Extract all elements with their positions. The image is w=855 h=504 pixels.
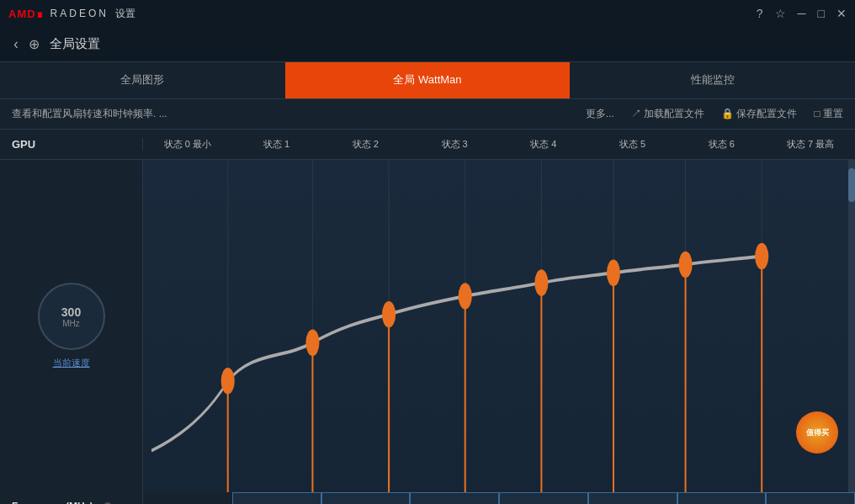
svg-rect-0	[143, 160, 855, 492]
settings-label: 设置	[115, 7, 135, 21]
toolbar-actions: 更多... ↗ 加载配置文件 🔒 保存配置文件 □ 重置	[586, 107, 843, 121]
state-column-headers: 状态 0 最小 状态 1 状态 2 状态 3 状态 4 状态 5 状态 6 状态…	[143, 138, 855, 151]
data-rows: Frequency (MHz) 动态 N/A 600 900 1120 1190…	[0, 492, 855, 504]
amd-logo: AMD∎	[8, 8, 44, 20]
watermark: 值得买	[796, 411, 838, 454]
frequency-label: Frequency (MHz) 动态	[0, 492, 143, 504]
svg-point-23	[680, 253, 692, 277]
svg-point-18	[306, 331, 318, 354]
state-7-header: 状态 7 最高	[766, 138, 855, 151]
state-6-header: 状态 6	[677, 138, 767, 151]
frequency-cells: N/A 600 900 1120 1190 1230 1270 1310	[143, 492, 855, 504]
tab-global-wattman[interactable]: 全局 WattMan	[285, 62, 571, 98]
state-1-header: 状态 1	[232, 138, 321, 151]
reset-button[interactable]: □ 重置	[814, 107, 843, 121]
titlebar-left: AMD∎ RADEON 设置	[8, 7, 135, 21]
close-button[interactable]: ✕	[836, 7, 847, 20]
speed-label[interactable]: 当前速度	[53, 357, 90, 369]
help-button[interactable]: ?	[757, 7, 763, 20]
gpu-column-header: GPU	[0, 138, 143, 151]
tab-bar: 全局图形 全局 WattMan 性能监控	[0, 62, 855, 99]
freq-cell-6[interactable]: 1270	[677, 492, 767, 504]
freq-cell-3[interactable]: 1120	[410, 492, 499, 504]
speed-value: 300	[61, 305, 81, 319]
svg-point-24	[756, 245, 767, 268]
chart-area	[143, 160, 855, 492]
freq-cell-2[interactable]: 900	[321, 492, 411, 504]
maximize-button[interactable]: □	[818, 7, 825, 20]
more-button[interactable]: 更多...	[586, 107, 614, 121]
titlebar: AMD∎ RADEON 设置 ? ☆ ─ □ ✕	[0, 0, 855, 27]
state-0-header: 状态 0 最小	[143, 138, 232, 151]
favorite-button[interactable]: ☆	[775, 7, 786, 20]
speed-circle: 300 MHz	[38, 283, 105, 350]
freq-cell-7[interactable]: 1310	[766, 492, 855, 504]
state-5-header: 状态 5	[588, 138, 677, 151]
chart-svg	[143, 160, 855, 492]
state-2-header: 状态 2	[321, 138, 411, 151]
frequency-row: Frequency (MHz) 动态 N/A 600 900 1120 1190…	[0, 492, 855, 504]
toolbar: 查看和配置风扇转速和时钟频率. ... 更多... ↗ 加载配置文件 🔒 保存配…	[0, 99, 855, 130]
load-profile-button[interactable]: ↗ 加载配置文件	[631, 107, 704, 121]
scrollbar[interactable]	[848, 160, 855, 492]
scrollbar-thumb[interactable]	[848, 168, 855, 202]
svg-point-21	[535, 271, 547, 294]
navbar: ‹ ⊕ 全局设置	[0, 27, 855, 62]
tab-global-graphics[interactable]: 全局图形	[0, 62, 285, 98]
freq-cell-4[interactable]: 1190	[499, 492, 588, 504]
speed-unit: MHz	[62, 319, 80, 328]
state-3-header: 状态 3	[410, 138, 499, 151]
main-content: 300 MHz 当前速度	[0, 160, 855, 492]
tab-performance-monitor[interactable]: 性能监控	[570, 62, 855, 98]
frequency-label-main: Frequency (MHz)	[12, 501, 93, 505]
freq-cell-1[interactable]: 600	[232, 492, 321, 504]
freq-cell-0[interactable]: N/A	[143, 492, 232, 504]
minimize-button[interactable]: ─	[798, 7, 806, 20]
radeon-label: RADEON	[50, 8, 109, 19]
globe-icon: ⊕	[29, 36, 40, 52]
svg-point-19	[383, 303, 395, 326]
save-profile-button[interactable]: 🔒 保存配置文件	[721, 107, 797, 121]
back-button[interactable]: ‹	[13, 35, 19, 53]
column-headers: GPU 状态 0 最小 状态 1 状态 2 状态 3 状态 4 状态 5 状态 …	[0, 130, 855, 160]
toolbar-description: 查看和配置风扇转速和时钟频率. ...	[12, 107, 167, 121]
svg-point-20	[459, 284, 471, 308]
page-title: 全局设置	[50, 36, 100, 52]
state-4-header: 状态 4	[499, 138, 588, 151]
svg-point-17	[222, 369, 234, 393]
titlebar-right: ? ☆ ─ □ ✕	[757, 7, 847, 20]
left-panel: 300 MHz 当前速度	[0, 160, 143, 492]
freq-cell-5[interactable]: 1230	[588, 492, 677, 504]
svg-point-22	[608, 261, 619, 284]
